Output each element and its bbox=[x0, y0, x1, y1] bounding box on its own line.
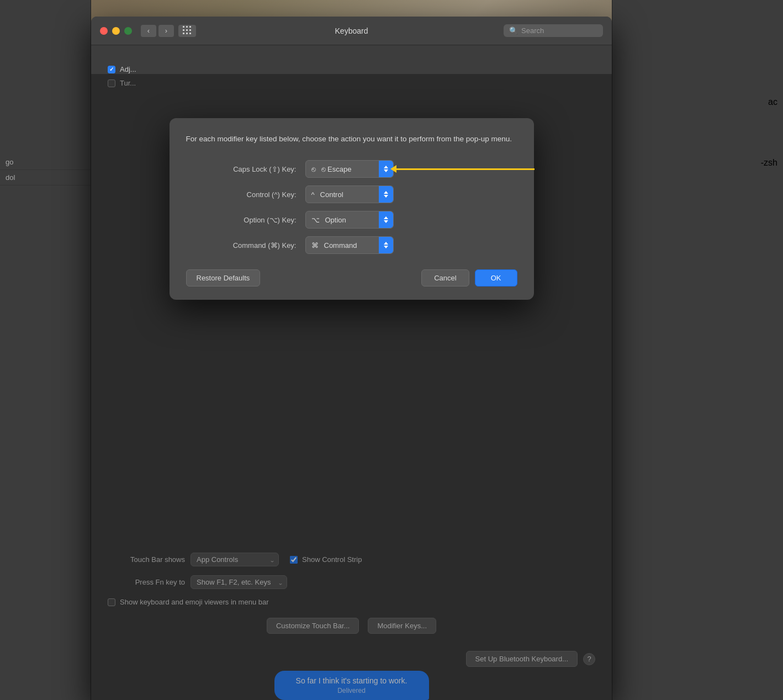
search-placeholder: Search bbox=[521, 26, 544, 35]
option-value: ⌥ Option bbox=[311, 216, 346, 224]
capslock-label: Caps Lock (⇪) Key: bbox=[186, 165, 297, 173]
arrow-down-icon bbox=[384, 169, 388, 172]
nav-buttons: ‹ › bbox=[141, 25, 174, 37]
maximize-button[interactable] bbox=[124, 27, 132, 35]
modal-right-buttons: Cancel OK bbox=[421, 269, 517, 287]
modifier-row-capslock: Caps Lock (⇪) Key: ⎋ ⎋ Escape bbox=[186, 160, 517, 178]
search-icon: 🔍 bbox=[509, 26, 518, 35]
control-icon: ^ bbox=[311, 190, 315, 199]
right-panel: ac -zsh bbox=[612, 0, 783, 700]
modal-overlay: For each modifier key listed below, choo… bbox=[91, 74, 612, 700]
main-window: ‹ › Keyboard 🔍 Search Adj... Tur... bbox=[91, 17, 612, 700]
back-button[interactable]: ‹ bbox=[141, 25, 156, 37]
ok-button[interactable]: OK bbox=[475, 269, 517, 287]
command-icon: ⌘ bbox=[311, 241, 319, 250]
left-panel: go dol bbox=[0, 0, 91, 700]
minimize-button[interactable] bbox=[112, 27, 120, 35]
cancel-button[interactable]: Cancel bbox=[421, 269, 469, 287]
grid-icon bbox=[183, 26, 192, 35]
modal-actions: Restore Defaults Cancel OK bbox=[186, 269, 517, 287]
option-dropdown[interactable]: ⌥ Option bbox=[305, 211, 394, 229]
capslock-value: ⎋ ⎋ Escape bbox=[311, 165, 352, 173]
right-item-zsh: -zsh bbox=[612, 155, 783, 171]
yellow-arrow-line bbox=[396, 168, 535, 170]
arrow-up-icon bbox=[384, 242, 388, 245]
close-button[interactable] bbox=[100, 27, 108, 35]
left-item-dol: dol bbox=[0, 170, 91, 185]
control-arrows bbox=[379, 186, 393, 203]
modal-dialog: For each modifier key listed below, choo… bbox=[170, 118, 534, 300]
capslock-dropdown[interactable]: ⎋ ⎋ Escape bbox=[305, 160, 394, 178]
window-title: Keyboard bbox=[335, 26, 368, 35]
search-bar[interactable]: 🔍 Search bbox=[504, 24, 603, 37]
checkbox-adj[interactable] bbox=[108, 66, 115, 73]
option-arrows bbox=[379, 211, 393, 228]
title-bar: ‹ › Keyboard 🔍 Search bbox=[91, 17, 612, 45]
grid-button[interactable] bbox=[178, 25, 196, 37]
modifier-row-option: Option (⌥) Key: ⌥ Option bbox=[186, 211, 517, 229]
arrow-down-icon bbox=[384, 246, 388, 248]
modal-description: For each modifier key listed below, choo… bbox=[186, 134, 517, 145]
command-label: Command (⌘) Key: bbox=[186, 241, 297, 250]
checkbox-item-adj: Adj... bbox=[108, 65, 136, 73]
option-icon: ⌥ bbox=[311, 216, 320, 224]
arrow-up-icon bbox=[384, 216, 388, 219]
restore-defaults-button[interactable]: Restore Defaults bbox=[186, 269, 261, 287]
arrow-up-icon bbox=[384, 191, 388, 194]
modifier-rows: Caps Lock (⇪) Key: ⎋ ⎋ Escape bbox=[186, 160, 517, 254]
arrow-down-icon bbox=[384, 220, 388, 223]
checkbox-adj-label: Adj... bbox=[120, 65, 136, 73]
control-value: ^ Control bbox=[311, 190, 343, 199]
arrow-up-icon bbox=[384, 166, 388, 168]
command-value: ⌘ Command bbox=[311, 241, 357, 250]
right-item-ac: ac bbox=[612, 94, 783, 110]
command-dropdown[interactable]: ⌘ Command bbox=[305, 236, 394, 254]
window-content: Adj... Tur... Touch Bar shows App Contro… bbox=[91, 45, 612, 700]
command-arrows bbox=[379, 237, 393, 253]
left-item-go: go bbox=[0, 155, 91, 170]
control-dropdown[interactable]: ^ Control bbox=[305, 185, 394, 203]
yellow-arrowhead bbox=[390, 165, 396, 173]
modifier-row-command: Command (⌘) Key: ⌘ Command bbox=[186, 236, 517, 254]
arrow-down-icon bbox=[384, 195, 388, 198]
traffic-lights bbox=[100, 27, 132, 35]
modifier-row-control: Control (^) Key: ^ Control bbox=[186, 185, 517, 203]
forward-button[interactable]: › bbox=[158, 25, 174, 37]
option-label: Option (⌥) Key: bbox=[186, 216, 297, 224]
control-label: Control (^) Key: bbox=[186, 190, 297, 199]
capslock-icon: ⎋ bbox=[311, 165, 316, 173]
yellow-arrow bbox=[390, 165, 535, 173]
